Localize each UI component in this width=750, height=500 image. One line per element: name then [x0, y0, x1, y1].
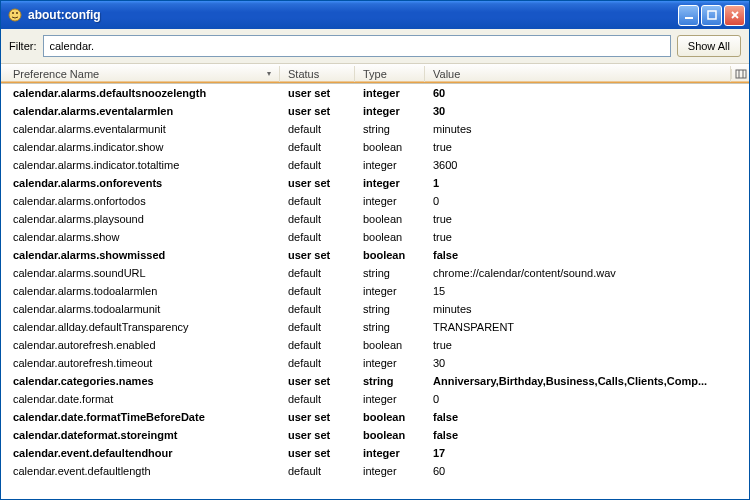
- pref-name-cell: calendar.alarms.soundURL: [5, 266, 280, 280]
- status-cell: default: [280, 194, 355, 208]
- svg-rect-4: [708, 11, 716, 19]
- value-cell: 0: [425, 194, 749, 208]
- column-picker-icon[interactable]: [731, 69, 749, 79]
- table-row[interactable]: calendar.date.formatdefaultinteger0: [1, 390, 749, 408]
- pref-name-cell: calendar.date.format: [5, 392, 280, 406]
- table-row[interactable]: calendar.autorefresh.enableddefaultboole…: [1, 336, 749, 354]
- table-row[interactable]: calendar.date.formatTimeBeforeDateuser s…: [1, 408, 749, 426]
- value-cell: true: [425, 212, 749, 226]
- pref-name-cell: calendar.alarms.indicator.show: [5, 140, 280, 154]
- value-cell: 30: [425, 104, 749, 118]
- value-cell: 17: [425, 446, 749, 460]
- table-row[interactable]: calendar.autorefresh.timeoutdefaultinteg…: [1, 354, 749, 372]
- table-row[interactable]: calendar.alarms.onfortodosdefaultinteger…: [1, 192, 749, 210]
- type-cell: string: [355, 374, 425, 388]
- type-cell: boolean: [355, 230, 425, 244]
- value-cell: true: [425, 230, 749, 244]
- close-button[interactable]: [724, 5, 745, 26]
- maximize-button[interactable]: [701, 5, 722, 26]
- type-cell: integer: [355, 464, 425, 478]
- pref-name-cell: calendar.event.defaultlength: [5, 464, 280, 478]
- value-cell: false: [425, 428, 749, 442]
- type-cell: integer: [355, 86, 425, 100]
- pref-name-cell: calendar.alarms.show: [5, 230, 280, 244]
- app-icon: [7, 7, 23, 23]
- pref-name-cell: calendar.date.formatTimeBeforeDate: [5, 410, 280, 424]
- titlebar: about:config: [1, 1, 749, 29]
- table-row[interactable]: calendar.alarms.todoalarmunitdefaultstri…: [1, 300, 749, 318]
- pref-name-cell: calendar.categories.names: [5, 374, 280, 388]
- table-row[interactable]: calendar.event.defaultlengthdefaultinteg…: [1, 462, 749, 480]
- column-header-type[interactable]: Type: [355, 66, 425, 82]
- type-cell: string: [355, 266, 425, 280]
- status-cell: default: [280, 302, 355, 316]
- value-cell: minutes: [425, 302, 749, 316]
- type-cell: string: [355, 302, 425, 316]
- value-cell: false: [425, 248, 749, 262]
- table-row[interactable]: calendar.alarms.playsounddefaultbooleant…: [1, 210, 749, 228]
- minimize-button[interactable]: [678, 5, 699, 26]
- table-row[interactable]: calendar.alarms.todoalarmlendefaultinteg…: [1, 282, 749, 300]
- column-header-value[interactable]: Value: [425, 66, 731, 82]
- pref-name-cell: calendar.alarms.onfortodos: [5, 194, 280, 208]
- svg-rect-5: [736, 70, 746, 78]
- value-cell: TRANSPARENT: [425, 320, 749, 334]
- status-cell: default: [280, 230, 355, 244]
- table-row[interactable]: calendar.categories.namesuser setstringA…: [1, 372, 749, 390]
- table-row[interactable]: calendar.dateformat.storeingmtuser setbo…: [1, 426, 749, 444]
- status-cell: user set: [280, 104, 355, 118]
- table-row[interactable]: calendar.alarms.soundURLdefaultstringchr…: [1, 264, 749, 282]
- column-header-status[interactable]: Status: [280, 66, 355, 82]
- status-cell: user set: [280, 410, 355, 424]
- svg-point-2: [16, 12, 18, 14]
- show-all-button[interactable]: Show All: [677, 35, 741, 57]
- status-cell: default: [280, 284, 355, 298]
- pref-name-cell: calendar.autorefresh.timeout: [5, 356, 280, 370]
- type-cell: integer: [355, 284, 425, 298]
- table-row[interactable]: calendar.alarms.indicator.totaltimedefau…: [1, 156, 749, 174]
- pref-name-cell: calendar.alarms.todoalarmunit: [5, 302, 280, 316]
- table-row[interactable]: calendar.alarms.eventalarmlenuser setint…: [1, 102, 749, 120]
- value-cell: minutes: [425, 122, 749, 136]
- table-row[interactable]: calendar.alarms.onforeventsuser setinteg…: [1, 174, 749, 192]
- type-cell: string: [355, 122, 425, 136]
- type-cell: integer: [355, 356, 425, 370]
- value-cell: chrome://calendar/content/sound.wav: [425, 266, 749, 280]
- type-cell: boolean: [355, 428, 425, 442]
- type-cell: boolean: [355, 248, 425, 262]
- svg-point-0: [9, 9, 21, 21]
- table-row[interactable]: calendar.alarms.showmisseduser setboolea…: [1, 246, 749, 264]
- status-cell: user set: [280, 86, 355, 100]
- pref-name-cell: calendar.event.defaultendhour: [5, 446, 280, 460]
- status-cell: user set: [280, 374, 355, 388]
- type-cell: string: [355, 320, 425, 334]
- table-row[interactable]: calendar.event.defaultendhouruser setint…: [1, 444, 749, 462]
- column-header-preference-name[interactable]: Preference Name ▾: [5, 66, 280, 82]
- value-cell: false: [425, 410, 749, 424]
- value-cell: 30: [425, 356, 749, 370]
- table-row[interactable]: calendar.alarms.defaultsnoozelengthuser …: [1, 84, 749, 102]
- filter-input[interactable]: [43, 35, 671, 57]
- value-cell: 3600: [425, 158, 749, 172]
- pref-name-cell: calendar.alarms.todoalarmlen: [5, 284, 280, 298]
- table-row[interactable]: calendar.alarms.eventalarmunitdefaultstr…: [1, 120, 749, 138]
- table-header-row: Preference Name ▾ Status Type Value: [1, 64, 749, 84]
- status-cell: default: [280, 140, 355, 154]
- status-cell: user set: [280, 176, 355, 190]
- filter-label: Filter:: [9, 40, 37, 52]
- pref-name-cell: calendar.alarms.defaultsnoozelength: [5, 86, 280, 100]
- status-cell: default: [280, 266, 355, 280]
- preferences-table: Preference Name ▾ Status Type Value cale…: [1, 64, 749, 500]
- value-cell: true: [425, 338, 749, 352]
- status-cell: default: [280, 464, 355, 478]
- table-row[interactable]: calendar.alarms.indicator.showdefaultboo…: [1, 138, 749, 156]
- pref-name-cell: calendar.alarms.eventalarmunit: [5, 122, 280, 136]
- table-row[interactable]: calendar.alarms.showdefaultbooleantrue: [1, 228, 749, 246]
- type-cell: boolean: [355, 338, 425, 352]
- value-cell: 15: [425, 284, 749, 298]
- status-cell: user set: [280, 428, 355, 442]
- table-body[interactable]: calendar.alarms.defaultsnoozelengthuser …: [1, 84, 749, 500]
- svg-rect-3: [685, 17, 693, 19]
- table-row[interactable]: calendar.allday.defaultTransparencydefau…: [1, 318, 749, 336]
- filter-bar: Filter: Show All: [1, 29, 749, 64]
